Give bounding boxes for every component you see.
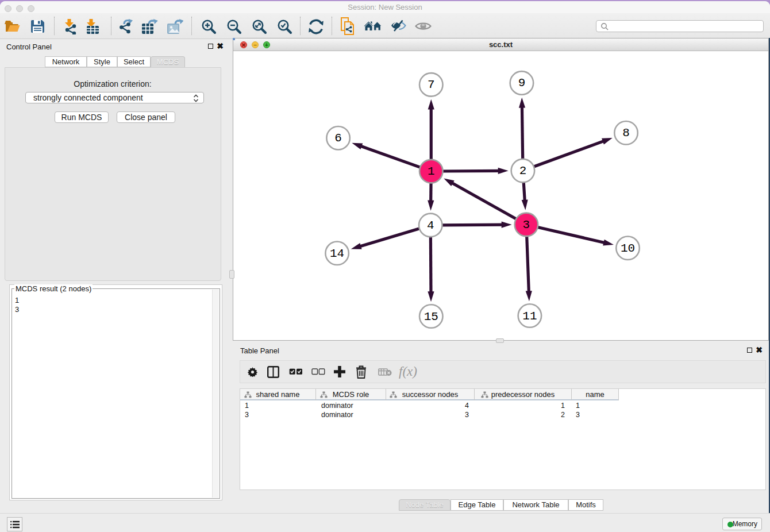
svg-text:10: 10 [621, 242, 635, 255]
svg-text:15: 15 [424, 310, 438, 323]
svg-text:11: 11 [522, 310, 537, 323]
svg-text:7: 7 [428, 78, 435, 91]
svg-text:2: 2 [519, 164, 527, 178]
svg-text:1: 1 [428, 165, 435, 178]
svg-text:8: 8 [622, 126, 630, 140]
svg-text:14: 14 [330, 247, 344, 260]
svg-text:3: 3 [523, 218, 530, 232]
svg-text:4: 4 [427, 219, 434, 232]
svg-text:6: 6 [334, 132, 342, 145]
svg-text:9: 9 [518, 76, 526, 90]
